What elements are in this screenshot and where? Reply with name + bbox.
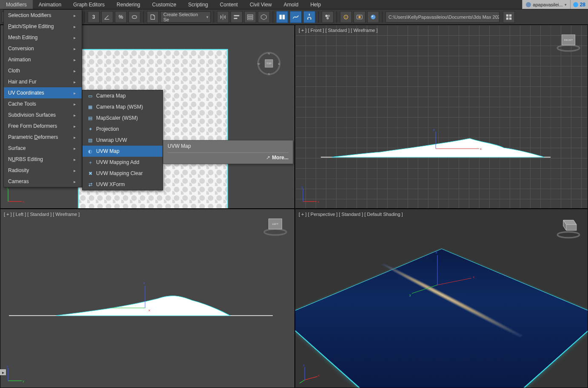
viewcube-perspective[interactable] bbox=[554, 215, 579, 241]
menu-civil-view[interactable]: Civil View bbox=[244, 0, 278, 9]
toggle-ribbon-icon[interactable] bbox=[276, 11, 288, 23]
modifiers-item-2[interactable]: Mesh Editing▸ bbox=[4, 32, 82, 43]
menu-arnold[interactable]: Arnold bbox=[278, 0, 305, 9]
svg-text:z: z bbox=[303, 364, 305, 367]
svg-text:z: z bbox=[6, 365, 8, 368]
svg-text:x: x bbox=[23, 200, 24, 204]
user-account-button[interactable]: apapavasilei... ▾ bbox=[522, 0, 570, 9]
svg-text:x: x bbox=[148, 308, 150, 312]
modifiers-item-11[interactable]: Parametric Deformers▸ bbox=[4, 132, 82, 143]
uv-coordinates-submenu: ▭Camera Map▦Camera Map (WSM)▤MapScaler (… bbox=[82, 90, 163, 190]
uv-item-uvw-mapping-clear[interactable]: ✖UVW Mapping Clear bbox=[83, 168, 163, 179]
project-path[interactable]: C:\Users\KellyPapavasileiou\Documents\3d… bbox=[385, 11, 500, 23]
viewcube-top[interactable]: TOP N E S W bbox=[256, 51, 282, 76]
modifier-icon: ＋ bbox=[87, 159, 94, 166]
menu-modifiers[interactable]: Modifiers bbox=[0, 0, 33, 9]
modifiers-item-3[interactable]: Conversion▸ bbox=[4, 43, 82, 54]
menu-customize[interactable]: Customize bbox=[146, 0, 182, 9]
modifiers-item-15[interactable]: Cameras▸ bbox=[4, 176, 82, 187]
layer-manager-icon[interactable] bbox=[244, 11, 256, 23]
modifiers-item-12[interactable]: Surface▸ bbox=[4, 143, 82, 154]
uv-item-uvw-mapping-add[interactable]: ＋UVW Mapping Add bbox=[83, 157, 163, 168]
menu-help[interactable]: Help bbox=[304, 0, 327, 9]
uv-item-uvw-map[interactable]: ◐UVW Map bbox=[83, 146, 163, 157]
modifiers-item-13[interactable]: NURBS Editing▸ bbox=[4, 154, 82, 165]
modifiers-item-7[interactable]: UV Coordinates▸ bbox=[4, 87, 82, 98]
modifiers-item-14[interactable]: Radiosity▸ bbox=[4, 165, 82, 176]
viewport-label-left[interactable]: [ + ] [ Left ] [ Standard ] [ Wireframe … bbox=[4, 212, 80, 217]
notification-counter[interactable]: 28 bbox=[570, 0, 588, 9]
modifier-icon: ◐ bbox=[87, 148, 94, 155]
uv-item-projection[interactable]: ✶Projection bbox=[83, 124, 163, 135]
viewport-perspective[interactable]: [ + ] [ Perspective ] [ Standard ] [ Def… bbox=[295, 209, 588, 388]
modifiers-item-4[interactable]: Animation▸ bbox=[4, 54, 82, 65]
modifiers-item-0[interactable]: Selection Modifiers▸ bbox=[4, 10, 82, 21]
render-icon[interactable] bbox=[367, 11, 379, 23]
render-setup-icon[interactable] bbox=[340, 11, 352, 23]
viewport-front[interactable]: [ + ] [ Front ] [ Standard ] [ Wireframe… bbox=[295, 25, 588, 209]
named-set-edit-icon[interactable] bbox=[147, 11, 159, 23]
viewcube-front[interactable]: FRONT bbox=[554, 31, 579, 57]
svg-point-11 bbox=[310, 18, 311, 20]
svg-rect-2 bbox=[234, 15, 240, 16]
svg-rect-3 bbox=[234, 17, 237, 19]
uv-item-label: MapScaler (WSM) bbox=[96, 115, 157, 121]
menu-animation[interactable]: Animation bbox=[33, 0, 67, 9]
uv-item-uvw-xform[interactable]: ⇄UVW XForm bbox=[83, 179, 163, 190]
menu-scripting[interactable]: Scripting bbox=[182, 0, 214, 9]
uv-item-label: Camera Map bbox=[96, 93, 157, 99]
percent-snap-icon[interactable]: % bbox=[115, 11, 127, 23]
svg-text:x: x bbox=[317, 200, 319, 204]
material-editor-icon[interactable] bbox=[322, 11, 334, 23]
modifiers-item-8[interactable]: Cache Tools▸ bbox=[4, 98, 82, 109]
menu-graph-editors[interactable]: Graph Editors bbox=[67, 0, 111, 9]
uv-item-unwrap-uvw[interactable]: ▧Unwrap UVW bbox=[83, 135, 163, 146]
workspace-icon[interactable] bbox=[503, 11, 515, 23]
uv-item-label: Projection bbox=[96, 126, 157, 132]
svg-text:S: S bbox=[268, 73, 270, 75]
spinner-snap-icon[interactable] bbox=[128, 11, 140, 23]
uv-item-camera-map[interactable]: ▭Camera Map bbox=[83, 90, 163, 101]
modifier-icon: ▤ bbox=[87, 115, 94, 121]
selection-set-dropdown[interactable]: Create Selection Se bbox=[160, 11, 211, 23]
modifiers-item-5[interactable]: Cloth▸ bbox=[4, 65, 82, 76]
svg-text:z: z bbox=[433, 128, 435, 132]
uv-item-camera-map-wsm-[interactable]: ▦Camera Map (WSM) bbox=[83, 101, 163, 112]
viewport-label-perspective[interactable]: [ + ] [ Perspective ] [ Standard ] [ Def… bbox=[299, 212, 403, 217]
mirror-icon[interactable] bbox=[217, 11, 229, 23]
modifier-icon: ✖ bbox=[87, 170, 94, 177]
viewcube-left[interactable]: LEFT bbox=[260, 215, 286, 241]
uv-item-mapscaler-wsm-[interactable]: ▤MapScaler (WSM) bbox=[83, 112, 163, 124]
svg-point-14 bbox=[326, 17, 328, 19]
svg-point-18 bbox=[358, 16, 360, 18]
curve-editor-icon[interactable] bbox=[290, 11, 302, 23]
edge-expand-button[interactable]: ▸ bbox=[0, 369, 6, 375]
svg-rect-21 bbox=[506, 14, 508, 16]
rendered-frame-icon[interactable] bbox=[354, 11, 365, 23]
modifiers-item-10[interactable]: Free Form Deformers▸ bbox=[4, 121, 82, 132]
scene-explorer-icon[interactable] bbox=[258, 11, 270, 23]
svg-text:x: x bbox=[473, 275, 474, 279]
angle-snap-icon[interactable] bbox=[101, 11, 113, 23]
tooltip-more-link[interactable]: More... bbox=[168, 155, 288, 161]
axis-tripod-left: y z bbox=[5, 364, 25, 384]
modifiers-item-6[interactable]: Hair and Fur▸ bbox=[4, 76, 82, 87]
menu-rendering[interactable]: Rendering bbox=[111, 0, 146, 9]
svg-text:y: y bbox=[23, 379, 24, 383]
main-toolbar: iew 3 % Create Selection Se bbox=[0, 9, 588, 25]
axis-gizmo-perspective: x y z bbox=[399, 247, 484, 315]
schematic-view-icon[interactable] bbox=[303, 11, 315, 23]
modifiers-item-1[interactable]: Patch/Spline Editing▸ bbox=[4, 21, 82, 32]
align-icon[interactable] bbox=[231, 11, 243, 23]
menu-content[interactable]: Content bbox=[214, 0, 244, 9]
svg-text:TOP: TOP bbox=[266, 62, 271, 65]
user-name-label: apapavasilei... bbox=[533, 2, 562, 7]
svg-line-69 bbox=[412, 285, 437, 293]
viewport-left[interactable]: [ + ] [ Left ] [ Standard ] [ Wireframe … bbox=[0, 209, 295, 388]
terrain-profile-front: x z bbox=[295, 115, 588, 162]
modifiers-item-9[interactable]: Subdivision Surfaces▸ bbox=[4, 109, 82, 121]
svg-point-20 bbox=[371, 15, 373, 17]
terrain-profile-left: z x bbox=[0, 273, 294, 324]
snap-toggle-icon[interactable]: 3 bbox=[88, 11, 100, 23]
svg-rect-8 bbox=[283, 14, 285, 19]
